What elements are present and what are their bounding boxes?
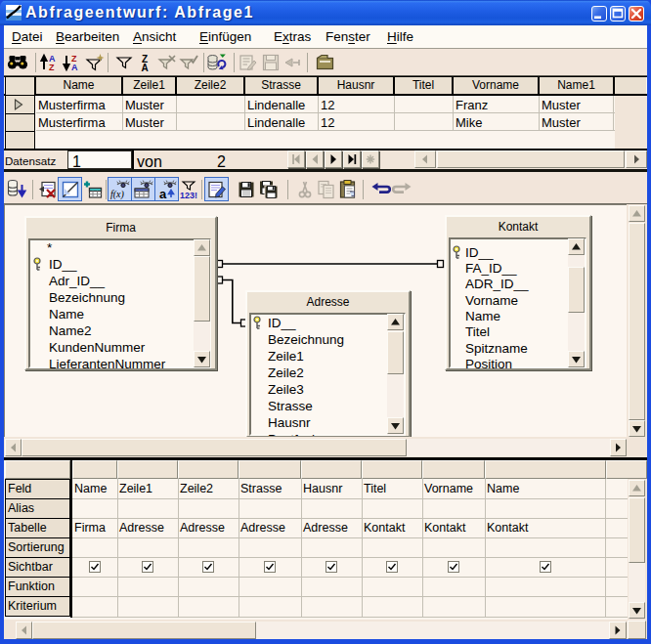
svg-text:A: A xyxy=(142,63,149,73)
svg-text:f(x): f(x) xyxy=(110,189,125,200)
svg-text:123!: 123! xyxy=(180,191,197,200)
svg-text:A: A xyxy=(71,63,78,72)
svg-text:Z: Z xyxy=(49,63,55,72)
svg-text:a: a xyxy=(159,187,167,201)
